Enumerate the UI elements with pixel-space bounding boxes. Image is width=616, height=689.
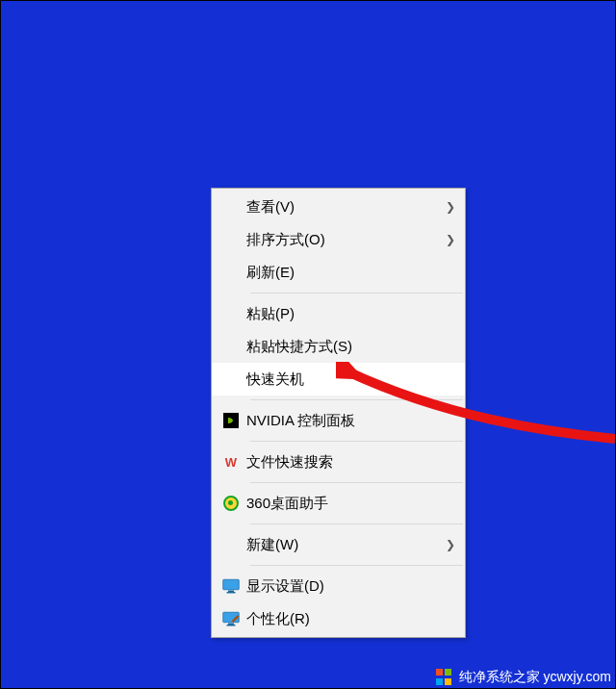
menu-label: NVIDIA 控制面板 bbox=[246, 412, 444, 430]
menu-label: 粘贴快捷方式(S) bbox=[246, 338, 444, 356]
menu-item-new[interactable]: 新建(W) ❯ bbox=[212, 528, 465, 561]
svg-rect-5 bbox=[227, 625, 236, 626]
menu-item-360-assistant[interactable]: 360桌面助手 bbox=[212, 487, 465, 520]
watermark-text: 纯净系统之家 ycwxjy.com bbox=[459, 669, 611, 686]
watermark: 纯净系统之家 ycwxjy.com bbox=[436, 669, 611, 686]
menu-item-refresh[interactable]: 刷新(E) bbox=[212, 256, 465, 289]
menu-item-nvidia[interactable]: NVIDIA 控制面板 bbox=[212, 404, 465, 437]
menu-separator bbox=[250, 523, 463, 524]
svg-rect-1 bbox=[228, 591, 234, 593]
chevron-right-icon: ❯ bbox=[444, 538, 457, 551]
360-icon bbox=[216, 496, 246, 511]
menu-label: 刷新(E) bbox=[246, 264, 444, 282]
svg-rect-0 bbox=[223, 579, 240, 590]
nvidia-icon bbox=[216, 413, 246, 428]
menu-separator bbox=[250, 565, 463, 566]
menu-separator bbox=[250, 482, 463, 483]
menu-item-paste[interactable]: 粘贴(P) bbox=[212, 297, 465, 330]
personalize-icon bbox=[216, 611, 246, 626]
menu-item-paste-shortcut[interactable]: 粘贴快捷方式(S) bbox=[212, 330, 465, 363]
chevron-right-icon: ❯ bbox=[444, 233, 457, 246]
menu-label: 查看(V) bbox=[246, 198, 444, 217]
windows-logo-icon bbox=[436, 669, 453, 686]
menu-separator bbox=[250, 293, 463, 293]
menu-item-display-settings[interactable]: 显示设置(D) bbox=[212, 570, 465, 602]
monitor-icon bbox=[216, 578, 246, 594]
svg-rect-2 bbox=[227, 592, 236, 594]
menu-label: 个性化(R) bbox=[246, 610, 444, 628]
menu-item-quick-shutdown[interactable]: 快速关机 bbox=[212, 363, 465, 396]
menu-label: 显示设置(D) bbox=[246, 577, 444, 596]
menu-item-wps-search[interactable]: W 文件快速搜索 bbox=[212, 446, 465, 478]
svg-rect-4 bbox=[228, 624, 234, 625]
menu-separator bbox=[250, 441, 463, 442]
menu-label: 快速关机 bbox=[246, 370, 444, 389]
menu-item-personalize[interactable]: 个性化(R) bbox=[212, 602, 465, 635]
menu-label: 文件快速搜索 bbox=[246, 453, 444, 472]
menu-item-view[interactable]: 查看(V) ❯ bbox=[212, 191, 465, 223]
menu-label: 新建(W) bbox=[246, 536, 444, 554]
menu-label: 360桌面助手 bbox=[246, 495, 444, 513]
chevron-right-icon: ❯ bbox=[444, 200, 457, 214]
menu-item-sort[interactable]: 排序方式(O) ❯ bbox=[212, 223, 465, 256]
wps-icon: W bbox=[216, 455, 246, 470]
menu-separator bbox=[250, 399, 463, 400]
desktop-context-menu: 查看(V) ❯ 排序方式(O) ❯ 刷新(E) 粘贴(P) 粘贴快捷方式(S) … bbox=[211, 188, 466, 638]
menu-label: 排序方式(O) bbox=[246, 231, 444, 249]
menu-label: 粘贴(P) bbox=[246, 305, 444, 323]
